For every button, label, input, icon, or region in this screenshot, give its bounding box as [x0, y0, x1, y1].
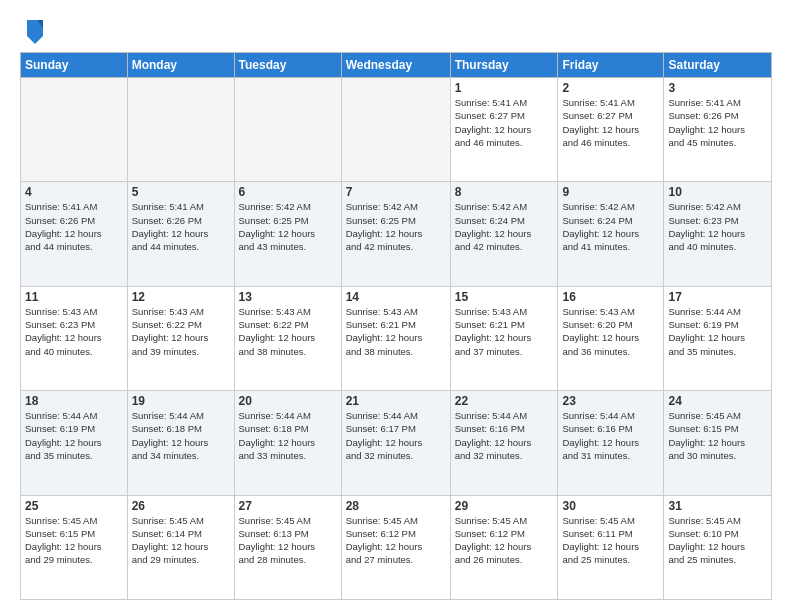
day-info: Sunrise: 5:44 AM Sunset: 6:19 PM Dayligh…	[25, 409, 123, 462]
day-info: Sunrise: 5:41 AM Sunset: 6:27 PM Dayligh…	[455, 96, 554, 149]
day-info: Sunrise: 5:44 AM Sunset: 6:17 PM Dayligh…	[346, 409, 446, 462]
calendar-cell: 30Sunrise: 5:45 AM Sunset: 6:11 PM Dayli…	[558, 495, 664, 599]
day-info: Sunrise: 5:43 AM Sunset: 6:22 PM Dayligh…	[132, 305, 230, 358]
day-number: 26	[132, 499, 230, 513]
calendar-cell: 21Sunrise: 5:44 AM Sunset: 6:17 PM Dayli…	[341, 391, 450, 495]
calendar-cell: 9Sunrise: 5:42 AM Sunset: 6:24 PM Daylig…	[558, 182, 664, 286]
calendar-cell: 31Sunrise: 5:45 AM Sunset: 6:10 PM Dayli…	[664, 495, 772, 599]
calendar-cell	[21, 78, 128, 182]
day-info: Sunrise: 5:44 AM Sunset: 6:19 PM Dayligh…	[668, 305, 767, 358]
day-info: Sunrise: 5:42 AM Sunset: 6:25 PM Dayligh…	[346, 200, 446, 253]
calendar-cell: 7Sunrise: 5:42 AM Sunset: 6:25 PM Daylig…	[341, 182, 450, 286]
day-info: Sunrise: 5:43 AM Sunset: 6:21 PM Dayligh…	[455, 305, 554, 358]
calendar-cell: 17Sunrise: 5:44 AM Sunset: 6:19 PM Dayli…	[664, 286, 772, 390]
day-number: 17	[668, 290, 767, 304]
day-info: Sunrise: 5:41 AM Sunset: 6:26 PM Dayligh…	[668, 96, 767, 149]
calendar-cell: 2Sunrise: 5:41 AM Sunset: 6:27 PM Daylig…	[558, 78, 664, 182]
day-number: 29	[455, 499, 554, 513]
day-number: 25	[25, 499, 123, 513]
calendar-cell: 19Sunrise: 5:44 AM Sunset: 6:18 PM Dayli…	[127, 391, 234, 495]
day-info: Sunrise: 5:42 AM Sunset: 6:25 PM Dayligh…	[239, 200, 337, 253]
day-info: Sunrise: 5:45 AM Sunset: 6:12 PM Dayligh…	[455, 514, 554, 567]
day-info: Sunrise: 5:41 AM Sunset: 6:26 PM Dayligh…	[25, 200, 123, 253]
day-info: Sunrise: 5:45 AM Sunset: 6:15 PM Dayligh…	[668, 409, 767, 462]
day-header: Monday	[127, 53, 234, 78]
calendar-cell: 4Sunrise: 5:41 AM Sunset: 6:26 PM Daylig…	[21, 182, 128, 286]
calendar-cell: 23Sunrise: 5:44 AM Sunset: 6:16 PM Dayli…	[558, 391, 664, 495]
day-info: Sunrise: 5:42 AM Sunset: 6:24 PM Dayligh…	[562, 200, 659, 253]
day-info: Sunrise: 5:45 AM Sunset: 6:12 PM Dayligh…	[346, 514, 446, 567]
day-number: 12	[132, 290, 230, 304]
day-number: 18	[25, 394, 123, 408]
day-header: Sunday	[21, 53, 128, 78]
calendar-cell: 10Sunrise: 5:42 AM Sunset: 6:23 PM Dayli…	[664, 182, 772, 286]
day-info: Sunrise: 5:41 AM Sunset: 6:27 PM Dayligh…	[562, 96, 659, 149]
calendar-cell: 8Sunrise: 5:42 AM Sunset: 6:24 PM Daylig…	[450, 182, 558, 286]
header	[20, 16, 772, 44]
calendar-cell: 11Sunrise: 5:43 AM Sunset: 6:23 PM Dayli…	[21, 286, 128, 390]
day-number: 30	[562, 499, 659, 513]
calendar-cell: 28Sunrise: 5:45 AM Sunset: 6:12 PM Dayli…	[341, 495, 450, 599]
calendar-cell	[341, 78, 450, 182]
day-header: Wednesday	[341, 53, 450, 78]
day-info: Sunrise: 5:45 AM Sunset: 6:13 PM Dayligh…	[239, 514, 337, 567]
day-info: Sunrise: 5:45 AM Sunset: 6:10 PM Dayligh…	[668, 514, 767, 567]
day-number: 9	[562, 185, 659, 199]
day-info: Sunrise: 5:42 AM Sunset: 6:24 PM Dayligh…	[455, 200, 554, 253]
day-number: 4	[25, 185, 123, 199]
day-info: Sunrise: 5:44 AM Sunset: 6:16 PM Dayligh…	[562, 409, 659, 462]
day-number: 10	[668, 185, 767, 199]
calendar-cell: 27Sunrise: 5:45 AM Sunset: 6:13 PM Dayli…	[234, 495, 341, 599]
day-number: 2	[562, 81, 659, 95]
day-number: 23	[562, 394, 659, 408]
day-info: Sunrise: 5:42 AM Sunset: 6:23 PM Dayligh…	[668, 200, 767, 253]
calendar-cell: 12Sunrise: 5:43 AM Sunset: 6:22 PM Dayli…	[127, 286, 234, 390]
calendar-cell: 24Sunrise: 5:45 AM Sunset: 6:15 PM Dayli…	[664, 391, 772, 495]
calendar: SundayMondayTuesdayWednesdayThursdayFrid…	[20, 52, 772, 600]
day-number: 22	[455, 394, 554, 408]
page: SundayMondayTuesdayWednesdayThursdayFrid…	[0, 0, 792, 612]
day-header: Saturday	[664, 53, 772, 78]
calendar-cell: 22Sunrise: 5:44 AM Sunset: 6:16 PM Dayli…	[450, 391, 558, 495]
logo-icon	[23, 16, 47, 44]
day-info: Sunrise: 5:43 AM Sunset: 6:23 PM Dayligh…	[25, 305, 123, 358]
day-number: 27	[239, 499, 337, 513]
day-info: Sunrise: 5:43 AM Sunset: 6:21 PM Dayligh…	[346, 305, 446, 358]
day-number: 15	[455, 290, 554, 304]
day-number: 19	[132, 394, 230, 408]
calendar-cell: 3Sunrise: 5:41 AM Sunset: 6:26 PM Daylig…	[664, 78, 772, 182]
day-number: 28	[346, 499, 446, 513]
calendar-cell	[234, 78, 341, 182]
day-number: 24	[668, 394, 767, 408]
day-number: 8	[455, 185, 554, 199]
calendar-cell: 14Sunrise: 5:43 AM Sunset: 6:21 PM Dayli…	[341, 286, 450, 390]
day-info: Sunrise: 5:45 AM Sunset: 6:15 PM Dayligh…	[25, 514, 123, 567]
calendar-cell: 6Sunrise: 5:42 AM Sunset: 6:25 PM Daylig…	[234, 182, 341, 286]
calendar-cell: 13Sunrise: 5:43 AM Sunset: 6:22 PM Dayli…	[234, 286, 341, 390]
day-info: Sunrise: 5:43 AM Sunset: 6:22 PM Dayligh…	[239, 305, 337, 358]
day-number: 20	[239, 394, 337, 408]
day-info: Sunrise: 5:43 AM Sunset: 6:20 PM Dayligh…	[562, 305, 659, 358]
day-number: 16	[562, 290, 659, 304]
day-number: 14	[346, 290, 446, 304]
day-number: 13	[239, 290, 337, 304]
day-header: Tuesday	[234, 53, 341, 78]
day-number: 1	[455, 81, 554, 95]
day-info: Sunrise: 5:45 AM Sunset: 6:11 PM Dayligh…	[562, 514, 659, 567]
calendar-cell: 1Sunrise: 5:41 AM Sunset: 6:27 PM Daylig…	[450, 78, 558, 182]
day-header: Friday	[558, 53, 664, 78]
calendar-cell: 15Sunrise: 5:43 AM Sunset: 6:21 PM Dayli…	[450, 286, 558, 390]
day-info: Sunrise: 5:44 AM Sunset: 6:18 PM Dayligh…	[239, 409, 337, 462]
calendar-cell: 29Sunrise: 5:45 AM Sunset: 6:12 PM Dayli…	[450, 495, 558, 599]
day-number: 5	[132, 185, 230, 199]
day-number: 11	[25, 290, 123, 304]
day-number: 3	[668, 81, 767, 95]
calendar-cell: 5Sunrise: 5:41 AM Sunset: 6:26 PM Daylig…	[127, 182, 234, 286]
calendar-cell	[127, 78, 234, 182]
day-number: 6	[239, 185, 337, 199]
day-number: 21	[346, 394, 446, 408]
calendar-cell: 18Sunrise: 5:44 AM Sunset: 6:19 PM Dayli…	[21, 391, 128, 495]
calendar-cell: 25Sunrise: 5:45 AM Sunset: 6:15 PM Dayli…	[21, 495, 128, 599]
day-number: 7	[346, 185, 446, 199]
logo	[20, 16, 47, 44]
